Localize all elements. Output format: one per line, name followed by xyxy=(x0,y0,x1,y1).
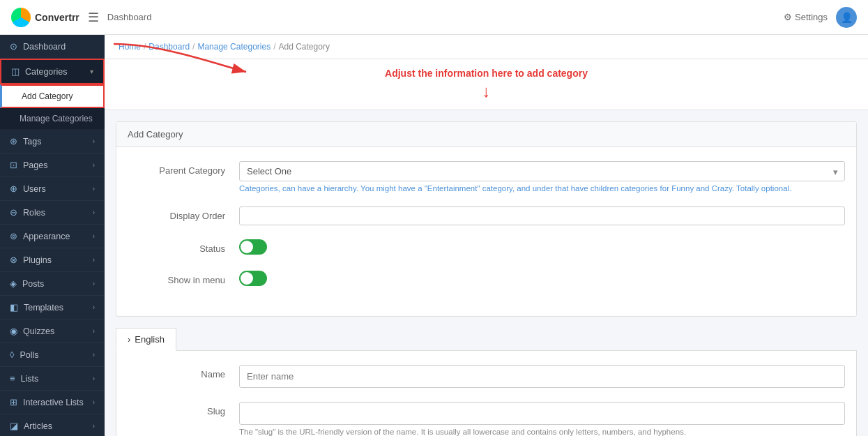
name-group: Name xyxy=(128,365,845,388)
slug-group: Slug The "slug" is the URL-friendly vers… xyxy=(128,402,845,436)
breadcrumb-sep-1: / xyxy=(144,42,146,52)
posts-icon: ◈ xyxy=(10,278,17,289)
sidebar-item-tags[interactable]: ⊛ Tags › xyxy=(0,130,105,153)
avatar[interactable]: 👤 xyxy=(836,7,857,28)
breadcrumb-home[interactable]: Home xyxy=(119,42,141,52)
card-title: Add Category xyxy=(128,129,183,140)
name-field xyxy=(239,365,845,388)
tab-english-label: English xyxy=(135,334,165,345)
sidebar-item-pages[interactable]: ⊡ Pages › xyxy=(0,153,105,177)
hint-text: Adjust the information here to add categ… xyxy=(385,68,588,79)
chevron-right-icon: › xyxy=(93,327,95,335)
tab-section: › English Name Slug xyxy=(116,328,857,436)
sidebar-label-templates: Templates xyxy=(24,303,63,313)
breadcrumb-sep-3: / xyxy=(273,42,275,52)
name-label: Name xyxy=(128,365,239,379)
dashboard-icon: ⊙ xyxy=(10,41,17,52)
sidebar-item-polls[interactable]: ◊ Polls › xyxy=(0,343,105,367)
sidebar-label-posts: Posts xyxy=(22,279,44,289)
add-category-card: Add Category Parent Category Select One … xyxy=(116,121,857,317)
sidebar-label-add-category: Add Category xyxy=(22,91,73,101)
chevron-right-icon: › xyxy=(93,256,95,264)
chevron-right-icon: › xyxy=(93,137,95,145)
sidebar-label-users: Users xyxy=(23,184,46,194)
breadcrumb-sep-2: / xyxy=(192,42,195,52)
navbar-breadcrumb: Dashboard xyxy=(107,12,152,22)
logo: Convertrr xyxy=(11,8,79,27)
slug-label: Slug xyxy=(128,402,239,416)
interactive-lists-icon: ⊞ xyxy=(10,397,17,407)
sidebar-item-interactive-lists[interactable]: ⊞ Interactive Lists › xyxy=(0,391,105,414)
chevron-right-icon: › xyxy=(93,209,95,216)
chevron-right-icon: › xyxy=(93,303,95,311)
sidebar-label-polls: Polls xyxy=(20,350,38,360)
sidebar-item-posts[interactable]: ◈ Posts › xyxy=(0,272,105,296)
status-toggle-track[interactable]: ✓ xyxy=(239,239,267,255)
chevron-right-icon: › xyxy=(93,161,95,169)
chevron-down-icon: ▾ xyxy=(90,68,93,75)
display-order-group: Display Order xyxy=(128,206,845,225)
sidebar-item-lists[interactable]: ≡ Lists › xyxy=(0,367,105,391)
sidebar-label-dashboard: Dashboard xyxy=(23,42,66,52)
sidebar-item-categories[interactable]: ◫ Categories ▾ xyxy=(0,59,105,84)
sidebar-label-quizzes: Quizzes xyxy=(23,326,54,336)
sidebar-label-plugins: Plugins xyxy=(23,255,52,265)
tab-content-english: Name Slug The "slug" is the URL-friendly… xyxy=(116,351,857,436)
sidebar-label-appearance: Appearance xyxy=(23,232,70,241)
show-in-menu-toggle[interactable]: ✓ xyxy=(239,271,267,286)
parent-category-group: Parent Category Select One ▾ Categories,… xyxy=(128,161,845,193)
show-in-menu-group: Show in menu ✓ xyxy=(128,271,845,288)
tab-english[interactable]: › English xyxy=(116,328,176,351)
parent-category-hint-optional: Totally optional. xyxy=(736,184,791,193)
sidebar-item-appearance[interactable]: ⊚ Appearance › xyxy=(0,225,105,248)
sidebar-item-users[interactable]: ⊕ Users › xyxy=(0,177,105,201)
templates-icon: ◧ xyxy=(10,302,18,313)
status-field: ✓ xyxy=(239,239,845,257)
settings-label: Settings xyxy=(795,12,828,22)
hamburger-icon[interactable]: ☰ xyxy=(88,10,99,25)
status-toggle[interactable]: ✓ xyxy=(239,239,267,255)
sidebar-item-plugins[interactable]: ⊗ Plugins › xyxy=(0,248,105,272)
breadcrumb-manage-categories[interactable]: Manage Categories xyxy=(197,42,271,52)
chevron-right-icon: › xyxy=(93,280,95,287)
status-group: Status ✓ xyxy=(128,239,845,257)
sidebar-label-interactive-lists: Interactive Lists xyxy=(23,398,84,407)
slug-hint: The "slug" is the URL-friendly version o… xyxy=(239,428,845,436)
sidebar-item-dashboard[interactable]: ⊙ Dashboard xyxy=(0,35,105,59)
sidebar-item-add-category[interactable]: Add Category xyxy=(0,84,105,108)
name-input[interactable] xyxy=(239,365,845,388)
parent-category-label: Parent Category xyxy=(128,161,239,176)
quizzes-icon: ◉ xyxy=(10,326,17,336)
settings-link[interactable]: ⚙ Settings xyxy=(784,12,828,22)
sidebar-label-articles: Articles xyxy=(24,421,52,431)
show-in-menu-toggle-track[interactable]: ✓ xyxy=(239,271,267,286)
chevron-right-icon: › xyxy=(93,185,95,193)
parent-category-hint-text: Categories, can have a hierarchy. You mi… xyxy=(239,184,736,193)
sidebar-item-manage-categories[interactable]: Manage Categories xyxy=(0,108,105,130)
breadcrumb-dashboard[interactable]: Dashboard xyxy=(149,42,190,52)
main-content: Home / Dashboard / Manage Categories / A… xyxy=(105,35,868,436)
logo-icon xyxy=(11,8,31,27)
slug-input[interactable] xyxy=(239,402,845,425)
sidebar-item-roles[interactable]: ⊖ Roles › xyxy=(0,201,105,225)
plugins-icon: ⊗ xyxy=(10,255,17,265)
sidebar-item-quizzes[interactable]: ◉ Quizzes › xyxy=(0,320,105,343)
show-in-menu-toggle-check-icon: ✓ xyxy=(243,274,250,283)
navbar-left: Convertrr ☰ Dashboard xyxy=(11,8,151,27)
sidebar-item-articles[interactable]: ◪ Articles › xyxy=(0,414,105,436)
sidebar: ⊙ Dashboard ◫ Categories ▾ Add Category … xyxy=(0,35,105,436)
card-body: Parent Category Select One ▾ Categories,… xyxy=(116,147,856,316)
sidebar-label-roles: Roles xyxy=(23,208,45,218)
chevron-right-icon: › xyxy=(93,375,95,382)
sidebar-item-templates[interactable]: ◧ Templates › xyxy=(0,296,105,320)
articles-icon: ◪ xyxy=(10,421,18,431)
chevron-right-icon: › xyxy=(93,232,95,240)
status-label: Status xyxy=(128,239,239,254)
show-in-menu-field: ✓ xyxy=(239,271,845,288)
display-order-input[interactable] xyxy=(239,206,845,225)
sidebar-label-manage-categories: Manage Categories xyxy=(20,114,93,123)
chevron-right-icon: › xyxy=(93,398,95,406)
parent-category-select[interactable]: Select One xyxy=(239,161,845,181)
parent-category-select-wrapper: Select One ▾ xyxy=(239,161,845,181)
sidebar-label-lists: Lists xyxy=(21,374,39,384)
